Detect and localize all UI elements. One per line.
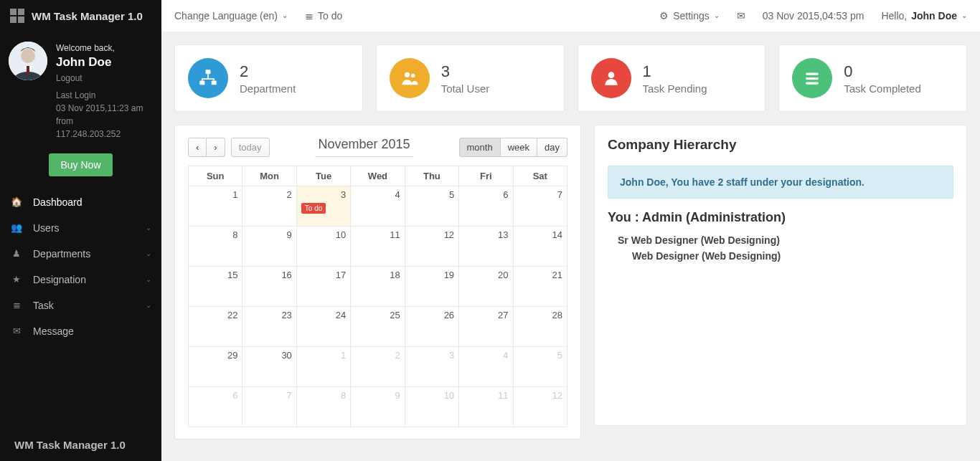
- calendar-today-button[interactable]: today: [231, 138, 270, 157]
- calendar-day-cell[interactable]: 30: [242, 347, 296, 387]
- svg-point-16: [608, 72, 614, 78]
- stat-task-completed[interactable]: 0 Task Completed: [778, 44, 967, 112]
- stat-value: 1: [643, 62, 707, 81]
- nav-message-label: Message: [33, 325, 74, 337]
- calendar-day-cell[interactable]: 2: [351, 347, 405, 387]
- chevron-left-icon: ‹: [196, 143, 199, 152]
- brand-logo-icon: [9, 7, 26, 24]
- calendar-day-cell[interactable]: 25: [351, 307, 405, 347]
- stat-task-pending[interactable]: 1 Task Pending: [578, 44, 766, 112]
- calendar-prev-button[interactable]: ‹: [188, 138, 207, 157]
- nav-users-label: Users: [33, 222, 60, 234]
- calendar-next-button[interactable]: ›: [207, 138, 225, 157]
- nav-message[interactable]: ✉ Message: [0, 318, 161, 344]
- messages-icon-button[interactable]: ✉: [737, 11, 745, 21]
- calendar-day-cell[interactable]: 7: [242, 387, 296, 427]
- calendar-day-cell[interactable]: 12: [513, 387, 567, 427]
- nav-designation[interactable]: ★ Designation ⌄: [0, 267, 161, 293]
- calendar-day-cell[interactable]: 26: [405, 307, 458, 347]
- users-icon: 👥: [10, 223, 23, 232]
- language-dropdown[interactable]: Change Language (en) ⌄: [174, 10, 288, 22]
- calendar-view-week[interactable]: week: [501, 138, 537, 157]
- calendar-day-cell[interactable]: 3To do: [296, 186, 350, 227]
- settings-dropdown[interactable]: ⚙ Settings ⌄: [659, 10, 720, 22]
- calendar-day-cell[interactable]: 6: [459, 186, 513, 227]
- calendar-day-cell[interactable]: 28: [513, 307, 567, 347]
- logout-link[interactable]: Logout: [56, 72, 143, 85]
- profile-block: Welcome back, John Doe Logout Last Login…: [0, 32, 161, 148]
- brand[interactable]: WM Task Manager 1.0: [0, 0, 161, 32]
- calendar-event[interactable]: To do: [301, 203, 326, 214]
- nav-departments[interactable]: ♟ Departments ⌄: [0, 241, 161, 267]
- stat-total-user[interactable]: 3 Total User: [376, 44, 565, 112]
- calendar-day-cell[interactable]: 12: [405, 227, 458, 267]
- datetime-text: 03 Nov 2015,04:53 pm: [763, 10, 864, 22]
- buy-now-button[interactable]: Buy Now: [49, 153, 112, 176]
- calendar-day-cell[interactable]: 27: [459, 307, 513, 347]
- calendar-day-cell[interactable]: 4: [351, 186, 405, 227]
- login-from-label: from: [56, 115, 143, 128]
- sitemap-icon: [188, 58, 228, 98]
- user-menu[interactable]: Hello, John Doe ⌄: [881, 10, 967, 22]
- calendar-day-cell[interactable]: 20: [459, 267, 513, 307]
- calendar-day-cell[interactable]: 10: [296, 227, 350, 267]
- calendar-day-cell[interactable]: 14: [513, 227, 567, 267]
- calendar-day-cell[interactable]: 4: [459, 347, 513, 387]
- calendar-day-cell[interactable]: 22: [189, 307, 242, 347]
- stats-row: 2 Department 3 Total User: [174, 44, 967, 112]
- calendar-day-cell[interactable]: 6: [189, 387, 242, 427]
- calendar-nav-group: ‹ ›: [188, 138, 225, 157]
- calendar-day-cell[interactable]: 1: [296, 347, 350, 387]
- settings-label: Settings: [673, 10, 710, 22]
- calendar-day-cell[interactable]: 5: [405, 186, 458, 227]
- calendar-day-cell[interactable]: 8: [189, 227, 242, 267]
- brand-title: WM Task Manager 1.0: [32, 10, 143, 22]
- calendar-day-cell[interactable]: 11: [351, 227, 405, 267]
- calendar-view-month[interactable]: month: [459, 138, 501, 157]
- hierarchy-node[interactable]: Web Designer (Web Designing): [608, 248, 953, 264]
- calendar-day-cell[interactable]: 3: [405, 347, 458, 387]
- language-label: Change Language (en): [174, 10, 278, 22]
- calendar-day-cell[interactable]: 18: [351, 267, 405, 307]
- nav-task[interactable]: ≣ Task ⌄: [0, 293, 161, 318]
- chevron-down-icon: ⌄: [146, 276, 151, 283]
- stat-department[interactable]: 2 Department: [174, 44, 363, 112]
- calendar-day-cell[interactable]: 1: [189, 186, 242, 227]
- svg-rect-13: [212, 81, 217, 85]
- nav-users[interactable]: 👥 Users ⌄: [0, 215, 161, 241]
- envelope-icon: ✉: [737, 11, 745, 21]
- calendar-day-cell[interactable]: 9: [351, 387, 405, 427]
- chevron-down-icon: ⌄: [714, 12, 720, 19]
- calendar-day-cell[interactable]: 13: [459, 227, 513, 267]
- calendar-day-cell[interactable]: 29: [189, 347, 242, 387]
- calendar-title: November 2015: [270, 137, 459, 157]
- stat-value: 3: [441, 62, 490, 81]
- nav-task-label: Task: [33, 300, 54, 311]
- calendar-day-cell[interactable]: 9: [242, 227, 296, 267]
- chevron-down-icon: ⌄: [146, 224, 151, 232]
- sidebar-footer-brand[interactable]: WM Task Manager 1.0: [0, 432, 161, 461]
- calendar-day-cell[interactable]: 7: [513, 186, 567, 227]
- calendar-day-cell[interactable]: 17: [296, 267, 350, 307]
- calendar-day-cell[interactable]: 10: [405, 387, 458, 427]
- calendar-day-cell[interactable]: 19: [405, 267, 458, 307]
- svg-rect-17: [806, 72, 819, 75]
- envelope-icon: ✉: [10, 326, 23, 336]
- nav-dashboard[interactable]: 🏠 Dashboard: [0, 189, 161, 215]
- svg-rect-6: [27, 66, 29, 75]
- calendar-day-cell[interactable]: 16: [242, 267, 296, 307]
- calendar-day-cell[interactable]: 23: [242, 307, 296, 347]
- calendar-day-cell[interactable]: 8: [296, 387, 350, 427]
- chevron-down-icon: ⌄: [961, 12, 967, 19]
- calendar-day-cell[interactable]: 5: [513, 347, 567, 387]
- calendar-day-cell[interactable]: 21: [513, 267, 567, 307]
- list-icon: ≣: [10, 300, 23, 310]
- calendar-day-cell[interactable]: 24: [296, 307, 350, 347]
- hierarchy-node[interactable]: Sr Web Designer (Web Designing): [608, 232, 953, 248]
- calendar-day-cell[interactable]: 15: [189, 267, 242, 307]
- calendar-day-cell[interactable]: 2: [242, 186, 296, 227]
- todo-link[interactable]: ≣ To do: [305, 10, 342, 22]
- topbar: Change Language (en) ⌄ ≣ To do ⚙ Setting…: [161, 0, 980, 32]
- calendar-view-day[interactable]: day: [537, 138, 567, 157]
- calendar-day-cell[interactable]: 11: [459, 387, 513, 427]
